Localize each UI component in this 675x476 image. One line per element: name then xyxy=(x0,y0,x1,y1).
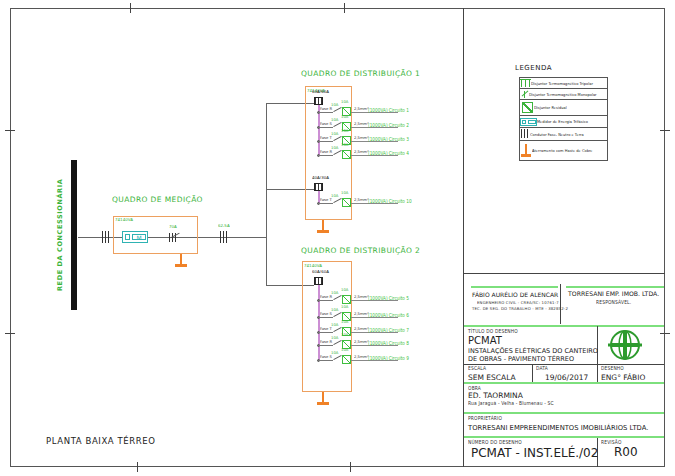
frame-tick xyxy=(660,333,670,334)
residual-breaker-icon xyxy=(342,295,351,304)
frame-tick xyxy=(660,130,670,131)
wire-gauge-label: 2,5mm² xyxy=(354,198,369,202)
wire-gauge-label: 2,5mm² xyxy=(354,312,369,316)
breaker-rating-label: 40A/30A xyxy=(312,176,329,180)
breaker-monopolar-icon xyxy=(333,295,341,300)
dr-rating-label: 10A xyxy=(341,143,348,147)
frame-tick xyxy=(137,462,138,472)
breaker-monopolar-icon xyxy=(333,198,341,203)
utility-network-label: REDE DA CONCESSIONÁRIA xyxy=(56,158,64,312)
revision-value: R00 xyxy=(614,445,638,459)
legend-label: Medidor de Energia Trifásico xyxy=(537,119,588,123)
breaker-rating-label: 10A xyxy=(331,308,338,312)
owner-value: TORRESANI EMPREENDIMENTOS IMOBILIÁRIOS L… xyxy=(468,424,648,432)
conductor-icon xyxy=(520,129,530,139)
title-section-label: TÍTULO DO DESENHO xyxy=(468,329,518,334)
dr-rating-label: 10A xyxy=(341,288,348,292)
breaker-rating-label: 10A xyxy=(331,291,338,295)
frame-tick xyxy=(344,3,345,13)
wire-gauge-label: 2,5mm² xyxy=(354,150,369,154)
accent-line xyxy=(464,325,664,327)
circuit-label: (1000VA)Circuito 7 xyxy=(368,328,410,332)
cell-divider xyxy=(464,364,664,365)
breaker-monopolar-icon xyxy=(333,312,341,317)
phase-label: Fase T xyxy=(320,198,332,202)
plan-caption: PLANTA BAIXA TÉRREO xyxy=(46,436,156,446)
legend-row: Disjuntor Termomagnético Tripolar xyxy=(520,78,607,89)
legend-row: Condutor Fase, Neutro e Terra xyxy=(520,128,607,141)
wire-gauge-label: 2,5mm² xyxy=(354,136,369,140)
residual-breaker-icon xyxy=(342,198,351,207)
drawing-title: PCMAT xyxy=(468,335,502,346)
circuit-branch: Fase R 10A 10A 2,5mm² (1000VA)Circuito 5 xyxy=(314,294,449,307)
breaker-tripolar-icon xyxy=(314,97,323,105)
ground-rod-icon xyxy=(520,144,532,158)
circuit-label: (1000VA)Circuito 8 xyxy=(368,341,410,345)
legend-label: Disjuntor Residual xyxy=(534,105,567,109)
legend-label: Aterramento com Haste de Cobre xyxy=(532,148,593,152)
breaker-monopolar-icon xyxy=(333,136,341,141)
legend-label: Disjuntor Termomagnético Monopolar xyxy=(529,92,597,96)
accent-line xyxy=(471,286,558,288)
breaker-tripolar-icon xyxy=(314,183,323,191)
scale-value: SEM ESCALA xyxy=(468,373,516,382)
responsible-name: FÁBIO AURÉLIO DE ALENCAR xyxy=(472,291,558,298)
cell-divider xyxy=(597,326,598,364)
breaker-rating-label: 10A xyxy=(331,146,338,150)
wire-gauge-label: 2,5mm² xyxy=(354,122,369,126)
qd2-power-label: 74140VA xyxy=(304,264,322,268)
qd2-main-breaker: 60A/60A xyxy=(312,270,332,286)
ground-rod-icon xyxy=(317,220,329,233)
accent-line xyxy=(464,436,664,438)
qd1-title: QUADRO DE DISTRIBUIÇÃO 1 xyxy=(301,69,420,78)
breaker-tripolar-icon xyxy=(520,79,531,87)
legend-row: Disjuntor Residual xyxy=(520,100,607,116)
cell-divider xyxy=(560,284,561,324)
dr-rating-label: 10A xyxy=(341,129,348,133)
legend-row: Disjuntor Termomagnético Monopolar xyxy=(520,89,607,100)
frame-tick xyxy=(5,130,15,131)
wire-trunk xyxy=(266,103,267,286)
circuit-label: (1000VA)Circuito 2 xyxy=(368,123,410,127)
drawing-subtitle-1: INSTALAÇÕES ELÉTRICAS DO CANTEIRO xyxy=(468,347,598,355)
qd1-main-breaker: 60A/60A xyxy=(312,90,332,106)
feeder-current-label: 62,5A xyxy=(218,224,230,228)
phase-label: Fase S xyxy=(320,312,332,316)
phase-label: Fase S xyxy=(320,122,332,126)
wire-gauge-label: 2,5mm² xyxy=(354,355,369,359)
dr-rating-label: 10A xyxy=(341,320,348,324)
legend-label: Condutor Fase, Neutro e Terra xyxy=(530,132,584,136)
breaker-rating-label: 10A xyxy=(331,132,338,136)
drawing-number-value: PCMAT - INST.ELÉ./02 xyxy=(471,446,598,460)
legend-row: Medidor de Energia Trifásico xyxy=(520,116,607,128)
legend-label: Disjuntor Termomagnético Tripolar xyxy=(531,81,593,85)
wire-gauge-label: 2,5mm² xyxy=(354,340,369,344)
medicao-power-label: 74140VA xyxy=(115,218,133,222)
company-logo xyxy=(608,328,642,362)
circuit-label: (1000VA)Circuito 3 xyxy=(368,137,410,141)
titleblock-divider xyxy=(463,273,665,274)
dr-rating-label: 10A xyxy=(341,348,348,352)
conductor-icon xyxy=(220,231,228,243)
responsible-credential-1: ENGENHEIRO CIVIL - CREA/SC: 10761-7 xyxy=(477,301,559,305)
circuit-label: (1000VA)Circuito 1 xyxy=(368,108,410,112)
breaker-rating-label: 70A xyxy=(169,225,177,229)
phase-label: Fase T xyxy=(320,136,332,140)
circuit-label: (1000VA)Circuito 9 xyxy=(368,356,410,360)
legend-table: Disjuntor Termomagnético Tripolar Disjun… xyxy=(519,77,608,161)
ground-rod-icon xyxy=(317,392,329,405)
phase-label: Fase T xyxy=(320,327,332,331)
panel-divider xyxy=(463,8,464,467)
meter-letter: M xyxy=(132,234,146,240)
breaker-rating-label: 60A/60A xyxy=(312,90,329,94)
ground-rod-icon xyxy=(175,254,187,267)
cell-divider xyxy=(597,364,598,383)
breaker-rating-label: 10A xyxy=(331,336,338,340)
date-value: 19/06/2017 xyxy=(545,373,588,382)
breaker-tripolar-icon: 70A xyxy=(167,225,187,245)
conductor-icon xyxy=(102,231,110,243)
wire-gauge-label: 2,5mm² xyxy=(354,327,369,331)
breaker-monopolar-icon xyxy=(333,122,341,127)
breaker-monopolar-icon xyxy=(333,340,341,345)
frame-tick xyxy=(350,462,351,472)
